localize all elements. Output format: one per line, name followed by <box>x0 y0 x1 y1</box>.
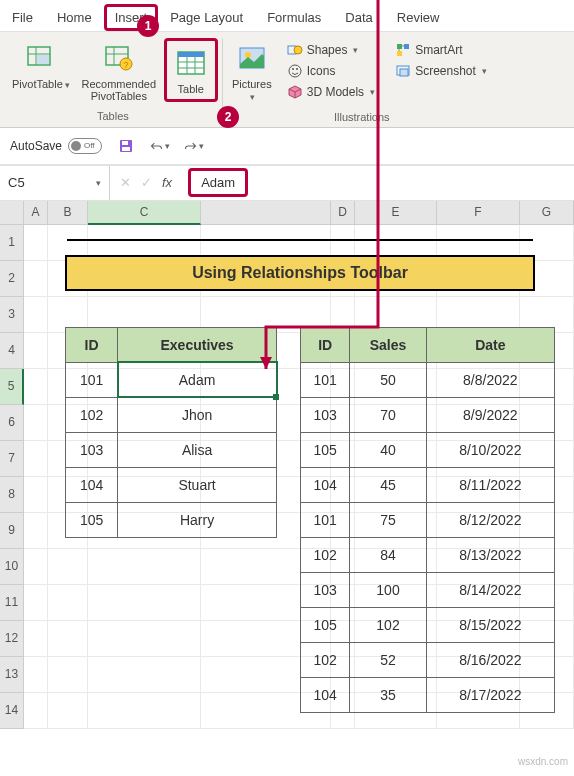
table-cell[interactable]: 102 <box>350 607 426 642</box>
fx-icon[interactable]: fx <box>162 175 172 190</box>
screenshot-button[interactable]: Screenshot▾ <box>391 61 491 81</box>
table-cell[interactable]: 8/9/2022 <box>426 397 554 432</box>
table-cell[interactable]: 101 <box>301 502 350 537</box>
row-header[interactable]: 14 <box>0 693 24 729</box>
row-header[interactable]: 9 <box>0 513 24 549</box>
table-cell[interactable]: 8/14/2022 <box>426 572 554 607</box>
table-cell[interactable]: 40 <box>350 432 426 467</box>
col-header[interactable]: F <box>437 201 520 225</box>
col-header[interactable]: D <box>331 201 355 225</box>
table-cell[interactable]: 52 <box>350 642 426 677</box>
name-box-value: C5 <box>8 175 25 190</box>
table-cell[interactable]: 8/15/2022 <box>426 607 554 642</box>
col-header[interactable]: B <box>48 201 88 225</box>
tab-formulas[interactable]: Formulas <box>255 4 333 31</box>
table-cell[interactable]: 8/11/2022 <box>426 467 554 502</box>
title-band: Using Relationships Toolbar <box>65 255 535 291</box>
redo-button[interactable]: ▾ <box>184 136 204 156</box>
col-header[interactable]: E <box>355 201 437 225</box>
table-cell[interactable]: 100 <box>350 572 426 607</box>
col-header[interactable]: G <box>520 201 574 225</box>
recommended-pivottables-button[interactable]: ? Recommended PivotTables <box>74 38 164 104</box>
row-header[interactable]: 3 <box>0 297 24 333</box>
row-header[interactable]: 2 <box>0 261 24 297</box>
exec-header-name[interactable]: Executives <box>118 327 277 362</box>
table-cell[interactable]: 103 <box>301 397 350 432</box>
table-cell[interactable]: 8/16/2022 <box>426 642 554 677</box>
svg-rect-26 <box>400 69 408 76</box>
row-header[interactable]: 1 <box>0 225 24 261</box>
row-header[interactable]: 10 <box>0 549 24 585</box>
row-header[interactable]: 13 <box>0 657 24 693</box>
table-cell[interactable]: 8/10/2022 <box>426 432 554 467</box>
table-cell[interactable]: 84 <box>350 537 426 572</box>
table-cell[interactable]: 102 <box>301 537 350 572</box>
table-cell[interactable]: 8/13/2022 <box>426 537 554 572</box>
table-cell[interactable]: 8/8/2022 <box>426 362 554 397</box>
table-cell[interactable]: 75 <box>350 502 426 537</box>
check-icon[interactable]: ✓ <box>141 175 152 190</box>
sales-header-sales[interactable]: Sales <box>350 327 426 362</box>
icons-button[interactable]: Icons <box>283 61 379 81</box>
table-cell[interactable]: 105 <box>301 432 350 467</box>
autosave-toggle[interactable]: Off <box>68 138 102 154</box>
table-cell[interactable]: 103 <box>66 432 118 467</box>
row-header[interactable]: 6 <box>0 405 24 441</box>
autosave-control[interactable]: AutoSave Off <box>10 138 102 154</box>
table-cell[interactable]: 105 <box>66 502 118 537</box>
pictures-label: Pictures▾ <box>232 78 272 103</box>
cancel-icon[interactable]: ✕ <box>120 175 131 190</box>
smartart-button[interactable]: SmartArt <box>391 40 491 60</box>
table-cell[interactable]: 45 <box>350 467 426 502</box>
row-header[interactable]: 5 <box>0 369 24 405</box>
svg-rect-3 <box>37 55 49 64</box>
table-cell[interactable]: Alisa <box>118 432 277 467</box>
table-cell[interactable]: 8/12/2022 <box>426 502 554 537</box>
table-cell[interactable]: 8/17/2022 <box>426 677 554 712</box>
pictures-button[interactable]: Pictures▾ <box>227 38 277 105</box>
table-cell[interactable]: 104 <box>301 677 350 712</box>
table-cell[interactable]: 105 <box>301 607 350 642</box>
row-header[interactable]: 4 <box>0 333 24 369</box>
3d-models-button[interactable]: 3D Models▾ <box>283 82 379 102</box>
tab-file[interactable]: File <box>0 4 45 31</box>
table-cell[interactable]: 104 <box>301 467 350 502</box>
exec-header-id[interactable]: ID <box>66 327 118 362</box>
row-header[interactable]: 11 <box>0 585 24 621</box>
formula-input[interactable]: Adam <box>188 168 248 197</box>
col-header[interactable]: A <box>24 201 48 225</box>
sales-header-date[interactable]: Date <box>426 327 554 362</box>
tab-page-layout[interactable]: Page Layout <box>158 4 255 31</box>
table-cell[interactable]: 50 <box>350 362 426 397</box>
tab-home[interactable]: Home <box>45 4 104 31</box>
shapes-button[interactable]: Shapes▾ <box>283 40 379 60</box>
table-cell[interactable]: 101 <box>66 362 118 397</box>
sales-header-id[interactable]: ID <box>301 327 350 362</box>
tab-data[interactable]: Data <box>333 4 384 31</box>
select-all-corner[interactable] <box>0 201 24 225</box>
table-cell[interactable]: 35 <box>350 677 426 712</box>
pivottable-button[interactable]: PivotTable▾ <box>8 38 74 93</box>
table-cell[interactable]: 103 <box>301 572 350 607</box>
name-box[interactable]: C5 ▾ <box>0 166 110 200</box>
table-button[interactable]: Table <box>164 38 218 102</box>
save-button[interactable] <box>116 136 136 156</box>
table-cell[interactable]: Harry <box>118 502 277 537</box>
table-cell[interactable]: 101 <box>301 362 350 397</box>
undo-button[interactable]: ▾ <box>150 136 170 156</box>
table-cell[interactable]: Stuart <box>118 467 277 502</box>
row-header[interactable]: 12 <box>0 621 24 657</box>
tab-review[interactable]: Review <box>385 4 452 31</box>
table-cell[interactable]: 102 <box>66 397 118 432</box>
group-tables: PivotTable▾ ? Recommended PivotTables Ta… <box>4 38 223 125</box>
row-header[interactable]: 8 <box>0 477 24 513</box>
column-headers: A B C D E F G <box>0 201 574 225</box>
row-header[interactable]: 7 <box>0 441 24 477</box>
table-cell[interactable]: Jhon <box>118 397 277 432</box>
table-cell[interactable]: 70 <box>350 397 426 432</box>
group-illustrations: Pictures▾ Shapes▾ Icons 3D Models▾ <box>223 38 501 125</box>
selected-cell[interactable]: Adam <box>118 362 277 397</box>
table-cell[interactable]: 102 <box>301 642 350 677</box>
table-cell[interactable]: 104 <box>66 467 118 502</box>
col-header[interactable]: C <box>88 201 201 225</box>
